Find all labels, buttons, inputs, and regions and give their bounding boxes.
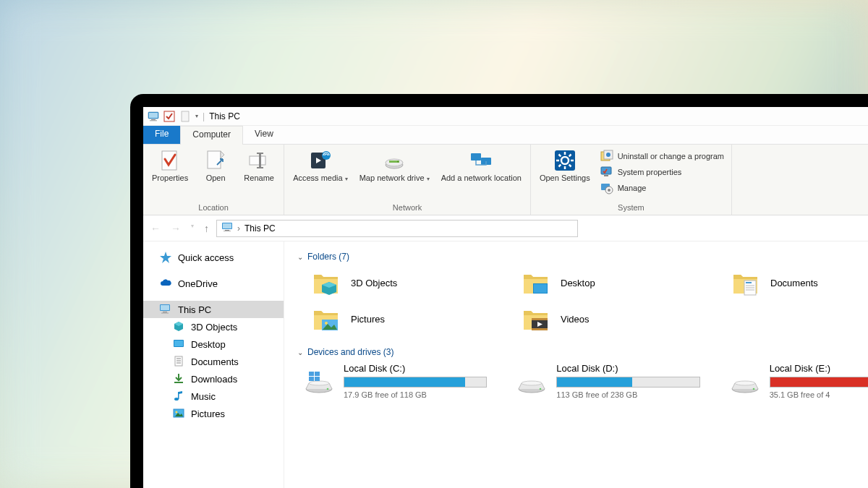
sidebar-pictures-label: Pictures — [191, 408, 225, 419]
system-properties-label: System properties — [618, 168, 682, 176]
drive-capacity-fill — [344, 377, 465, 387]
drive-capacity-fill — [557, 377, 632, 387]
location-group-label: Location — [148, 201, 279, 215]
music-icon — [172, 390, 185, 403]
drive-capacity-fill — [770, 377, 868, 387]
desktop-folder-icon — [522, 267, 552, 298]
pictures-icon — [172, 407, 185, 420]
uninstall-button[interactable]: Uninstall or change a program — [597, 149, 727, 163]
title-separator: | — [203, 111, 205, 121]
open-label: Open — [206, 174, 226, 183]
svg-rect-76 — [532, 328, 548, 330]
sidebar-this-pc[interactable]: This PC — [143, 301, 284, 318]
open-settings-button[interactable]: Open Settings — [535, 147, 595, 184]
svg-point-89 — [735, 381, 755, 385]
system-group-label: System — [535, 201, 727, 215]
sidebar-quick-access[interactable]: Quick access — [143, 249, 284, 266]
svg-rect-18 — [397, 161, 399, 163]
this-pc-icon — [148, 111, 159, 122]
folder-documents-label: Documents — [770, 278, 818, 288]
svg-rect-65 — [534, 284, 547, 293]
settings-gear-icon — [553, 149, 576, 172]
sidebar-documents[interactable]: Documents — [143, 353, 284, 370]
svg-rect-67 — [746, 282, 752, 283]
svg-point-33 — [606, 153, 610, 157]
open-button[interactable]: Open — [195, 147, 236, 184]
folder-documents[interactable]: Documents — [731, 267, 868, 298]
drives-list: Local Disk (C:) 17.9 GB free of 118 GB L… — [303, 363, 868, 399]
manage-button[interactable]: Manage — [597, 181, 727, 195]
drives-section-header[interactable]: ⌄ Devices and drives (3) — [297, 347, 868, 357]
nav-forward-button[interactable]: → — [169, 221, 182, 236]
qat-dropdown-icon[interactable]: ▾ — [195, 113, 198, 119]
drive-item[interactable]: Local Disk (C:) 17.9 GB free of 118 GB — [303, 363, 487, 399]
drive-icon — [303, 363, 335, 395]
open-icon — [204, 149, 227, 172]
sidebar-desktop[interactable]: Desktop — [143, 335, 284, 353]
drive-name: Local Disk (C:) — [344, 363, 487, 374]
folders-section-title: Folders (7) — [307, 252, 349, 262]
sidebar-onedrive[interactable]: OneDrive — [143, 275, 284, 292]
svg-rect-10 — [257, 153, 263, 154]
svg-rect-42 — [224, 231, 231, 231]
drive-item[interactable]: Local Disk (E:) 35.1 GB free of 4 — [729, 363, 868, 399]
quick-access-star-icon — [159, 251, 172, 264]
chevron-down-icon: ⌄ — [297, 348, 303, 356]
drive-item[interactable]: Local Disk (D:) 113 GB free of 238 GB — [516, 363, 699, 399]
map-drive-icon — [383, 149, 406, 172]
sidebar-music-label: Music — [191, 391, 216, 402]
sidebar-this-pc-label: This PC — [178, 304, 211, 315]
folder-pictures[interactable]: Pictures — [312, 304, 478, 334]
ribbon: Properties Open Rename Location — [143, 145, 868, 215]
svg-rect-56 — [174, 382, 183, 383]
rename-button[interactable]: Rename — [239, 147, 279, 184]
folder-videos-label: Videos — [561, 314, 590, 325]
document-icon[interactable] — [179, 111, 191, 122]
folder-3d-objects-label: 3D Objects — [351, 278, 397, 288]
network-group-label: Network — [289, 201, 526, 215]
folders-section-header[interactable]: ⌄ Folders (7) — [297, 252, 868, 262]
address-bar[interactable]: › This PC — [216, 220, 578, 237]
drive-icon — [729, 363, 761, 395]
rename-label: Rename — [244, 174, 274, 183]
checkmark-icon[interactable] — [163, 111, 175, 122]
sidebar-music[interactable]: Music — [143, 388, 284, 405]
add-location-button[interactable]: Add a network location — [437, 147, 526, 184]
sidebar-3d-objects-label: 3D Objects — [191, 322, 237, 333]
tab-view[interactable]: View — [243, 126, 285, 144]
folder-desktop[interactable]: Desktop — [522, 267, 688, 298]
drive-info: Local Disk (C:) 17.9 GB free of 118 GB — [344, 363, 487, 399]
tab-file[interactable]: File — [143, 126, 180, 144]
svg-rect-40 — [223, 223, 231, 228]
sidebar-downloads[interactable]: Downloads — [143, 370, 284, 388]
access-media-button[interactable]: Access media ▾ — [289, 147, 352, 184]
svg-rect-41 — [225, 230, 229, 231]
system-properties-button[interactable]: System properties — [597, 165, 727, 179]
drive-capacity-bar — [556, 377, 699, 388]
navigation-pane: Quick access OneDrive This PC 3D — [143, 241, 284, 488]
svg-marker-43 — [160, 252, 171, 263]
tab-computer[interactable]: Computer — [180, 126, 243, 145]
drive-info: Local Disk (D:) 113 GB free of 238 GB — [556, 363, 699, 399]
folder-pictures-label: Pictures — [351, 314, 385, 325]
chevron-down-icon: ⌄ — [297, 253, 303, 261]
folder-videos[interactable]: Videos — [522, 304, 688, 334]
manage-label: Manage — [618, 184, 647, 192]
downloads-icon — [172, 372, 185, 385]
address-location[interactable]: This PC — [244, 223, 276, 234]
videos-folder-icon — [522, 304, 552, 334]
map-drive-button[interactable]: Map network drive ▾ — [355, 147, 434, 184]
sidebar-pictures[interactable]: Pictures — [143, 405, 284, 422]
folder-3d-objects[interactable]: 3D Objects — [312, 267, 478, 298]
svg-rect-45 — [161, 305, 169, 310]
nav-history-dropdown[interactable]: ▾ — [190, 221, 195, 236]
nav-up-button[interactable]: ↑ — [203, 221, 210, 236]
svg-rect-8 — [250, 156, 265, 165]
content-pane: ⌄ Folders (7) 3D Objects Desktop — [284, 241, 868, 488]
nav-back-button[interactable]: ← — [149, 221, 162, 236]
add-location-label: Add a network location — [441, 174, 522, 183]
svg-point-72 — [325, 322, 328, 325]
sidebar-3d-objects[interactable]: 3D Objects — [143, 318, 284, 335]
properties-button[interactable]: Properties — [148, 147, 192, 184]
address-chevron-icon[interactable]: › — [237, 223, 240, 234]
